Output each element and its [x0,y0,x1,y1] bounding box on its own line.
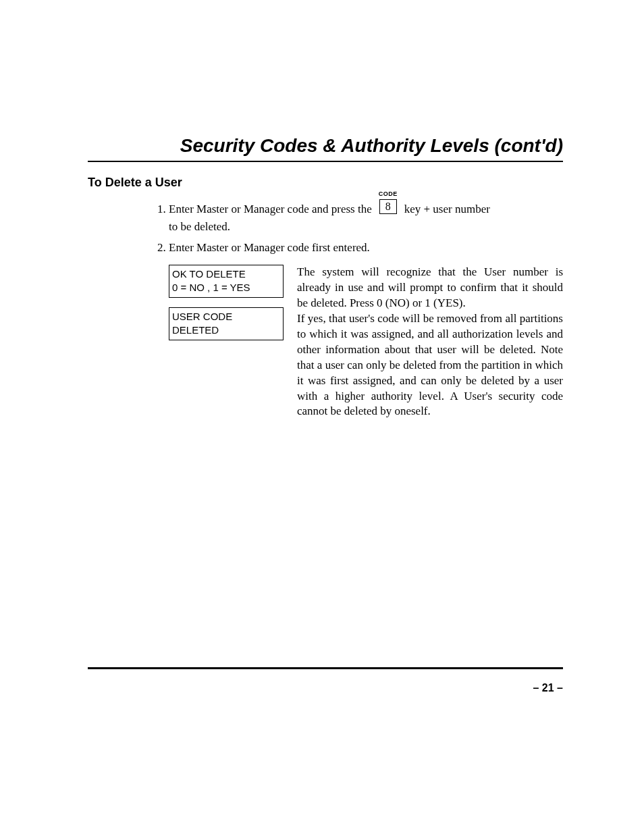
content-row: OK TO DELETE 0 = NO , 1 = YES USER CODE … [169,265,563,419]
footer-rule [88,667,563,669]
display-column: OK TO DELETE 0 = NO , 1 = YES USER CODE … [169,265,284,419]
step-1: Enter Master or Manager code and press t… [169,201,563,236]
display-line: OK TO DELETE [172,267,280,281]
display-line: 0 = NO , 1 = YES [172,281,280,294]
instruction-list: Enter Master or Manager code and press t… [169,201,563,257]
page-number: – 21 – [533,682,563,694]
key-8: 8 [379,199,397,214]
step-2: Enter Master or Manager code first enter… [169,239,563,257]
step-1-text-b: key + user number [404,201,490,218]
display-confirm: OK TO DELETE 0 = NO , 1 = YES [169,265,284,298]
explanation-p2: If yes, that user's code will be removed… [297,311,563,420]
step-1-line: Enter Master or Manager code and press t… [169,201,563,218]
page-title: Security Codes & Authority Levels (cont'… [88,135,563,157]
page: Security Codes & Authority Levels (cont'… [0,0,644,834]
display-deleted: USER CODE DELETED [169,307,284,340]
explanation-p1: The system will recognize that the User … [297,265,563,311]
section-heading: To Delete a User [88,176,563,190]
step-1-cont: to be deleted. [169,218,563,236]
key-column: CODE 8 [379,191,398,214]
display-line: USER CODE [172,310,280,323]
display-line: DELETED [172,323,280,337]
explanation-column: The system will recognize that the User … [297,265,563,419]
title-rule [88,161,563,162]
step-1-text-a: Enter Master or Manager code and press t… [169,201,372,218]
key-label: CODE [379,191,398,197]
